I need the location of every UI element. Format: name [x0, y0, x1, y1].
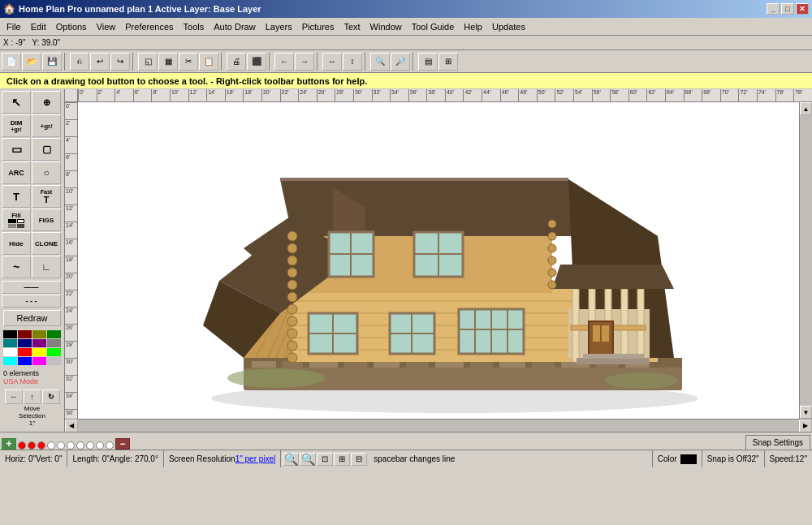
- color-status[interactable]: Color: [653, 450, 702, 467]
- toolbar-btn-20[interactable]: ↕: [343, 53, 362, 71]
- square-tool[interactable]: ▢: [32, 138, 61, 161]
- menu-item-autodraw[interactable]: Auto Draw: [209, 20, 260, 33]
- remove-tab-button[interactable]: −: [115, 438, 130, 450]
- toolbar-btn-6[interactable]: ↪: [110, 53, 130, 71]
- menu-item-text[interactable]: Text: [339, 20, 365, 33]
- tab-circle-3[interactable]: [47, 441, 55, 450]
- usa-mode[interactable]: USA Mode: [3, 377, 61, 385]
- zoom-out-button[interactable]: 🔍: [300, 453, 316, 466]
- color-cell-0[interactable]: [3, 330, 17, 338]
- drawing-canvas[interactable]: HOMEPLANPRO: [78, 102, 799, 419]
- menu-item-options[interactable]: Options: [51, 20, 92, 33]
- text-tool[interactable]: T: [2, 185, 31, 208]
- menu-item-help[interactable]: Help: [459, 20, 487, 33]
- menu-item-file[interactable]: File: [2, 20, 26, 33]
- close-button[interactable]: ✕: [796, 3, 809, 15]
- color-cell-9[interactable]: [18, 348, 32, 356]
- toolbar-btn-8[interactable]: ◱: [138, 53, 158, 71]
- color-cell-3[interactable]: [47, 330, 61, 338]
- snap-settings-tab[interactable]: Snap Settings: [745, 435, 810, 450]
- menu-item-view[interactable]: View: [92, 20, 121, 33]
- arc-tool[interactable]: ARC: [2, 161, 31, 184]
- color-cell-13[interactable]: [18, 357, 32, 365]
- fill-tool[interactable]: Fill: [2, 209, 31, 231]
- clone-tool[interactable]: CLONE: [32, 232, 61, 255]
- toolbar-btn-23[interactable]: 🔎: [391, 53, 410, 71]
- tab-circle-6[interactable]: [76, 441, 84, 450]
- scroll-down-arrow[interactable]: ▼: [800, 406, 812, 419]
- scroll-track-vertical[interactable]: [800, 115, 812, 406]
- menu-item-pictures[interactable]: Pictures: [297, 20, 339, 33]
- fast-text-tool[interactable]: FastT: [32, 185, 61, 208]
- minimize-button[interactable]: _: [767, 3, 780, 15]
- maximize-button[interactable]: □: [781, 3, 794, 15]
- snap-tool[interactable]: +gr/: [32, 114, 61, 137]
- menu-item-updates[interactable]: Updates: [487, 20, 530, 33]
- rect-tool[interactable]: ▭: [2, 138, 31, 161]
- tab-circle-5[interactable]: [67, 441, 75, 450]
- color-cell-6[interactable]: [32, 339, 46, 347]
- color-cell-11[interactable]: [47, 348, 61, 356]
- color-cell-14[interactable]: [32, 357, 46, 365]
- circle-tool[interactable]: ○: [32, 161, 61, 184]
- toolbar-btn-0[interactable]: 📄: [2, 53, 21, 71]
- toolbar-btn-9[interactable]: ▦: [158, 53, 178, 71]
- color-cell-10[interactable]: [32, 348, 46, 356]
- pen-tool[interactable]: ~: [2, 256, 31, 278]
- menu-item-toolguide[interactable]: Tool Guide: [407, 20, 460, 33]
- toolbar-btn-13[interactable]: 🖨: [227, 53, 246, 71]
- toolbar-btn-1[interactable]: 📂: [22, 53, 41, 71]
- color-cell-15[interactable]: [47, 357, 61, 365]
- color-cell-2[interactable]: [32, 330, 46, 338]
- toolbar-btn-10[interactable]: ✂: [179, 53, 198, 71]
- scroll-left-arrow[interactable]: ◀: [65, 420, 78, 432]
- toolbar-btn-19[interactable]: ↔: [322, 53, 342, 71]
- toolbar-btn-11[interactable]: 📋: [199, 53, 218, 71]
- pointer-tool[interactable]: ↖: [2, 91, 31, 114]
- menu-item-preferences[interactable]: Preferences: [120, 20, 178, 33]
- tab-circle-4[interactable]: [57, 441, 65, 450]
- tab-circle-9[interactable]: [106, 441, 114, 450]
- move-tool[interactable]: ↔: [5, 389, 23, 404]
- toolbar-btn-5[interactable]: ↩: [90, 53, 110, 71]
- toolbar-btn-17[interactable]: →: [295, 53, 314, 71]
- zoom-select-button[interactable]: ⊟: [351, 453, 367, 466]
- toolbar-btn-22[interactable]: 🔍: [370, 53, 390, 71]
- menu-item-tools[interactable]: Tools: [179, 20, 209, 33]
- dim-tool[interactable]: DIM+gr/: [2, 114, 31, 137]
- hide-tool[interactable]: Hide: [2, 232, 31, 255]
- menu-item-edit[interactable]: Edit: [26, 20, 51, 33]
- toolbar-btn-4[interactable]: ⎌: [70, 53, 89, 71]
- add-tab-button[interactable]: +: [2, 438, 16, 450]
- up-tool[interactable]: ↑: [24, 389, 41, 404]
- tab-circle-8[interactable]: [96, 441, 104, 450]
- color-cell-5[interactable]: [18, 339, 32, 347]
- scroll-track-horizontal[interactable]: [78, 420, 799, 432]
- angle-tool[interactable]: ∟: [32, 256, 61, 278]
- color-cell-1[interactable]: [18, 330, 32, 338]
- scroll-right-arrow[interactable]: ▶: [799, 420, 812, 432]
- tab-circle-2[interactable]: [37, 441, 45, 450]
- select-tool[interactable]: ⊕: [32, 91, 61, 114]
- zoom-in-button[interactable]: 🔍: [283, 453, 299, 466]
- zoom-grid-button[interactable]: ⊞: [334, 453, 350, 466]
- color-cell-4[interactable]: [3, 339, 17, 347]
- toolbar-btn-26[interactable]: ⊞: [438, 53, 458, 71]
- line-tool-dashed[interactable]: - - -: [2, 295, 61, 308]
- figs-tool[interactable]: FIGS: [32, 209, 61, 231]
- scroll-up-arrow[interactable]: ▲: [800, 102, 812, 115]
- tab-circle-7[interactable]: [86, 441, 94, 450]
- toolbar-btn-14[interactable]: ⬛: [247, 53, 266, 71]
- tab-circle-1[interactable]: [28, 441, 36, 450]
- rotate-tool[interactable]: ↻: [42, 389, 60, 404]
- color-cell-7[interactable]: [47, 339, 61, 347]
- tab-circle-0[interactable]: [18, 441, 26, 450]
- line-tool-solid[interactable]: ——: [2, 281, 61, 294]
- toolbar-btn-16[interactable]: ←: [274, 53, 294, 71]
- menu-item-layers[interactable]: Layers: [261, 20, 297, 33]
- zoom-fit-button[interactable]: ⊡: [317, 453, 333, 466]
- toolbar-btn-2[interactable]: 💾: [42, 53, 62, 71]
- color-cell-12[interactable]: [3, 357, 17, 365]
- toolbar-btn-25[interactable]: ▤: [418, 53, 438, 71]
- color-cell-8[interactable]: [3, 348, 17, 356]
